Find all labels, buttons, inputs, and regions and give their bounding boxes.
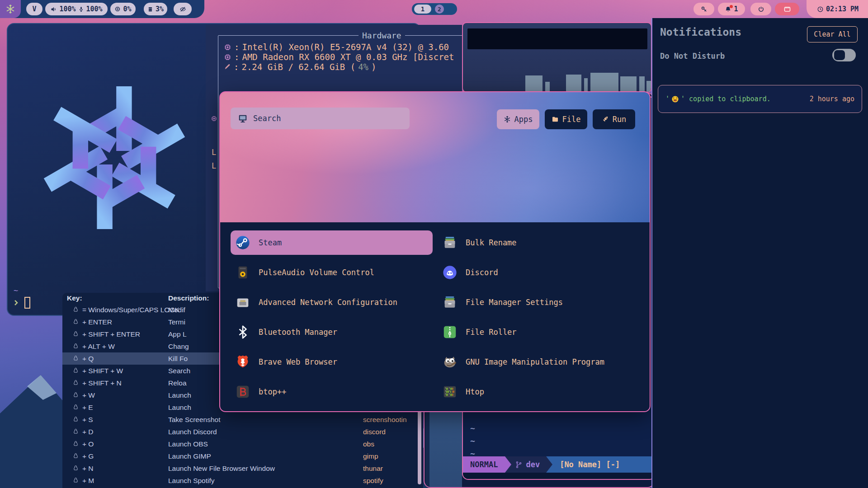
speaker-icon xyxy=(50,6,57,13)
hardware-cpu-line: :Intel(R) Xeon(R) E5-2697A v4 (32) @ 3.6… xyxy=(224,42,449,52)
tux-icon xyxy=(72,343,79,350)
app-item-steam[interactable]: Steam xyxy=(231,230,433,255)
terminal-prompt[interactable] xyxy=(13,297,30,309)
window-tray-icon xyxy=(783,5,791,13)
app-item-brave[interactable]: Brave Web Browser xyxy=(231,350,433,374)
nix-menu-button[interactable] xyxy=(0,0,21,18)
pencil-icon xyxy=(224,63,231,70)
app-item-htop[interactable]: Htop xyxy=(438,380,640,404)
vim-mode-segment: NORMAL xyxy=(463,456,505,473)
notification-time: 2 hours ago xyxy=(810,95,854,103)
tab-run[interactable]: Run xyxy=(593,109,635,129)
snowflake-icon xyxy=(504,116,511,123)
bluetooth-icon xyxy=(235,324,250,340)
power-icon xyxy=(758,6,764,13)
dnd-toggle[interactable] xyxy=(832,49,856,61)
idle-inhibitor-widget[interactable] xyxy=(174,3,192,15)
skyline-block xyxy=(566,75,581,92)
tux-icon xyxy=(72,441,79,447)
workspaces-widget: 1 2 xyxy=(412,3,457,15)
notification-text: ' xyxy=(665,95,670,103)
tux-icon xyxy=(72,331,79,338)
clock-widget[interactable]: 02:13 PM xyxy=(810,3,865,15)
git-branch-icon xyxy=(515,461,523,469)
tux-icon xyxy=(72,319,79,325)
app-item-bluetooth[interactable]: Bluetooth Manager xyxy=(231,320,433,344)
workspace-1[interactable]: 1 xyxy=(414,5,431,14)
gpu-chip-icon xyxy=(224,53,231,61)
steam-icon xyxy=(235,235,250,250)
tux-icon xyxy=(72,392,79,399)
skyline-block xyxy=(620,76,637,92)
app-item-gimp[interactable]: GNU Image Manipulation Program xyxy=(438,350,640,374)
computer-icon xyxy=(238,113,248,123)
top-bar: V 100% 100% 0% 3% 1 2 1 02:13 PM xyxy=(0,0,868,18)
app-item-btop[interactable]: btop++ xyxy=(231,380,433,404)
cpu-widget[interactable]: 0% xyxy=(110,3,136,15)
launcher-pill[interactable]: V xyxy=(26,3,42,15)
sliver-chip-icon xyxy=(211,115,217,122)
vim-statusline: NORMAL dev [No Name] [-] xyxy=(463,456,655,473)
vim-cmdline xyxy=(463,473,655,479)
nixos-snowflake-icon xyxy=(5,4,15,14)
keybind-row[interactable]: + GLaunch GIMPgimp xyxy=(62,450,423,462)
keybind-row[interactable]: + MLaunch Spotifyspotify xyxy=(62,474,423,487)
eye-off-icon xyxy=(179,6,186,13)
btop-icon xyxy=(235,384,250,399)
sliver-glyph: L xyxy=(212,148,216,157)
vim-tilde: ~ xyxy=(470,423,475,433)
tux-icon xyxy=(72,477,79,484)
prompt-chevron-icon xyxy=(13,298,19,307)
skyline-block xyxy=(525,75,542,92)
tray-widget[interactable] xyxy=(775,3,799,15)
rocket-icon xyxy=(602,116,609,123)
hardware-gpu-line: :AMD Radeon RX 6600 XT @ 0.03 GHz [Discr… xyxy=(224,52,454,62)
tux-icon xyxy=(72,355,79,362)
workspace-2[interactable]: 2 xyxy=(435,5,444,14)
tux-icon xyxy=(72,416,79,423)
keybind-row[interactable]: + NLaunch New File Browser Windowthunar xyxy=(62,462,423,474)
app-item-file-manager-settings[interactable]: File Manager Settings xyxy=(438,290,640,314)
skyline-block xyxy=(584,78,588,92)
app-item-bulk-rename[interactable]: Bulk Rename xyxy=(438,230,640,255)
app-item-discord[interactable]: Discord xyxy=(438,260,640,285)
notification-dot xyxy=(730,5,733,8)
app-item-pulseaudio[interactable]: PulseAudio Volume Control xyxy=(231,260,433,285)
terminal-cursor xyxy=(24,297,30,309)
tux-icon xyxy=(72,404,79,411)
keybind-row[interactable]: + STake Screenshotscreenshootin xyxy=(62,413,423,426)
skyline-titlebar xyxy=(467,28,647,49)
memory-stack-icon xyxy=(147,6,153,12)
tab-apps[interactable]: Apps xyxy=(497,109,539,129)
dnd-toggle-knob xyxy=(834,50,845,60)
cpu-chip-icon xyxy=(224,43,231,51)
keybind-row[interactable]: + DLaunch Discorddiscord xyxy=(62,426,423,438)
hardware-memory-line: :2.24 GiB / 62.64 GiB (4%) xyxy=(224,62,376,72)
htop-icon xyxy=(442,384,458,399)
discord-icon xyxy=(442,265,458,280)
file-drawer-icon xyxy=(442,295,458,310)
launcher-results: Steam PulseAudio Volume Control Advanced… xyxy=(220,222,650,412)
search-input[interactable] xyxy=(253,114,402,123)
launcher-search[interactable] xyxy=(231,108,410,129)
memory-widget[interactable]: 3% xyxy=(144,3,167,15)
microphone-icon xyxy=(78,6,84,12)
power-button[interactable] xyxy=(750,3,771,15)
notification-card[interactable]: ' ' copied to clipboard. 2 hours ago xyxy=(658,85,862,113)
app-item-network[interactable]: Advanced Network Configuration xyxy=(231,290,433,314)
gimp-icon xyxy=(442,354,458,370)
app-item-file-roller[interactable]: File Roller xyxy=(438,320,640,344)
pulseaudio-icon xyxy=(235,265,250,280)
laughing-emoji-icon xyxy=(671,95,679,103)
notifications-widget[interactable]: 1 xyxy=(718,3,745,15)
vim-buffer-segment: [No Name] [-] xyxy=(552,456,655,473)
file-roller-icon xyxy=(442,324,458,340)
notifications-title: Notifications xyxy=(660,26,741,38)
tux-icon xyxy=(72,465,79,472)
tab-file[interactable]: File xyxy=(545,109,587,129)
dnd-label: Do Not Disturb xyxy=(660,52,725,61)
keybind-row[interactable]: + OLaunch OBSobs xyxy=(62,438,423,450)
keybinds-widget[interactable] xyxy=(693,3,714,15)
volume-widget[interactable]: 100% 100% xyxy=(45,3,108,15)
clear-all-button[interactable]: Clear All xyxy=(807,26,858,42)
